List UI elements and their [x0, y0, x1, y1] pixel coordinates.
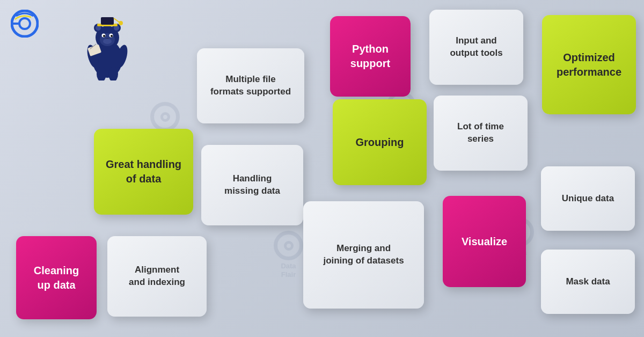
card-mask-data: Mask data — [541, 250, 635, 314]
card-label-mask-data: Mask data — [566, 276, 610, 288]
card-merging-joining: Merging and joining of datasets — [303, 201, 424, 309]
svg-point-12 — [103, 35, 105, 37]
card-label-unique-data: Unique data — [562, 193, 614, 205]
card-label-visualize: Visualize — [462, 235, 507, 249]
svg-point-23 — [119, 21, 123, 25]
card-label-handling-missing: Handling missing data — [224, 173, 280, 197]
card-cleaning-up: Cleaning up data — [16, 236, 97, 319]
card-label-multiple-file: Multiple file formats supported — [210, 74, 291, 98]
watermark-2: DataFlair — [274, 231, 303, 279]
card-label-python-support: Python support — [350, 42, 390, 71]
card-multiple-file: Multiple file formats supported — [197, 48, 304, 123]
bear-mascot — [83, 11, 131, 75]
card-visualize: Visualize — [443, 196, 526, 287]
card-label-great-handling: Great handling of data — [106, 157, 181, 186]
svg-rect-21 — [101, 17, 114, 25]
card-great-handling: Great handling of data — [94, 129, 193, 215]
svg-point-15 — [103, 39, 112, 44]
card-label-input-output: Input and output tools — [450, 35, 502, 60]
card-handling-missing: Handling missing data — [201, 145, 303, 225]
card-alignment-indexing: Alignment and indexing — [107, 236, 207, 317]
card-label-optimized-performance: Optimized performance — [557, 50, 621, 79]
card-optimized-performance: Optimized performance — [542, 15, 636, 114]
card-python-support: Python support — [330, 16, 411, 97]
svg-point-1 — [19, 18, 30, 29]
card-label-merging-joining: Merging and joining of datasets — [323, 243, 404, 267]
card-input-output: Input and output tools — [429, 10, 523, 85]
svg-point-13 — [111, 35, 113, 37]
card-label-cleaning-up: Cleaning up data — [34, 263, 79, 292]
card-label-grouping: Grouping — [356, 135, 404, 150]
card-label-alignment-indexing: Alignment and indexing — [129, 264, 185, 289]
card-lot-time-series: Lot of time series — [434, 96, 528, 171]
card-label-lot-time-series: Lot of time series — [457, 121, 504, 145]
card-grouping: Grouping — [333, 99, 427, 185]
card-unique-data: Unique data — [541, 166, 635, 231]
logo — [11, 10, 43, 38]
svg-line-22 — [114, 18, 120, 23]
